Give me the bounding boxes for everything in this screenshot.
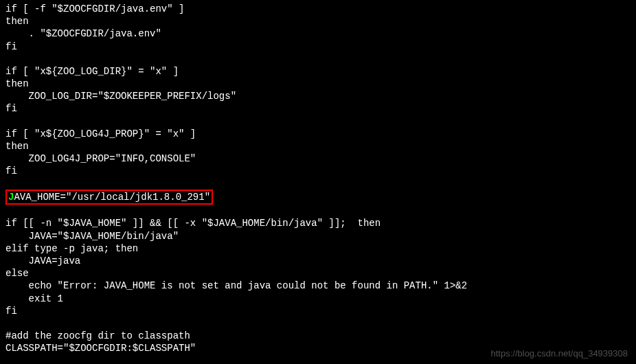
highlight-box: JAVA_HOME="/usr/local/jdk1.8.0_291" [5,190,213,205]
code-line: fi [5,305,631,317]
code-line: if [ "x${ZOO_LOG_DIR}" = "x" ] [5,65,631,78]
highlighted-java-home-line: JAVA_HOME="/usr/local/jdk1.8.0_291" [5,190,631,205]
code-line: exit 1 [5,293,631,305]
code-line: . "$ZOOCFGDIR/java.env" [5,27,631,40]
code-line [5,317,631,330]
code-line: ZOO_LOG4J_PROP="INFO,CONSOLE" [5,152,631,165]
code-line [5,177,631,190]
code-line: then [5,15,631,27]
code-line: elif type -p java; then [5,242,631,255]
code-line: then [5,78,631,90]
code-line: fi [5,165,631,177]
code-line [5,115,631,128]
code-line: #add the zoocfg dir to classpath [5,330,631,342]
code-line: then [5,140,631,152]
java-home-value: AVA_HOME="/usr/local/jdk1.8.0_291" [14,192,210,203]
code-line: if [[ -n "$JAVA_HOME" ]] && [[ -x "$JAVA… [5,217,631,229]
code-line: fi [5,102,631,115]
code-line: echo "Error: JAVA_HOME is not set and ja… [5,280,631,292]
code-line: fi [5,41,631,53]
code-line: JAVA="$JAVA_HOME/bin/java" [5,230,631,242]
code-line: if [ -f "$ZOOCFGDIR/java.env" ] [5,3,631,15]
code-line [5,205,631,217]
code-line: if [ "x${ZOO_LOG4J_PROP}" = "x" ] [5,128,631,140]
code-line: else [5,267,631,280]
watermark-text: https://blog.csdn.net/qq_34939308 [491,348,628,360]
code-line [5,53,631,65]
code-line: JAVA=java [5,255,631,267]
code-line: ZOO_LOG_DIR="$ZOOKEEPER_PREFIX/logs" [5,90,631,102]
